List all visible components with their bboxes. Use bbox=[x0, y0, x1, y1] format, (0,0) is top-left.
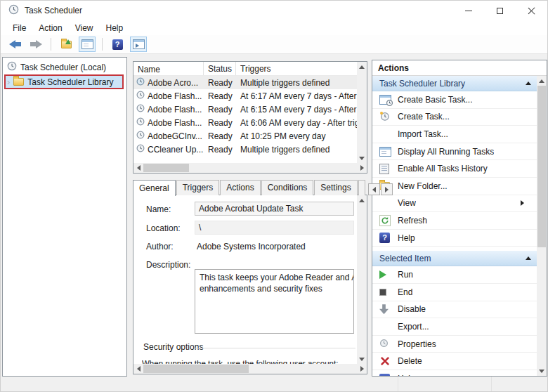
action-enable-all-tasks-history[interactable]: Enable All Tasks History bbox=[372, 160, 537, 178]
details-vertical-scrollbar[interactable] bbox=[357, 195, 367, 364]
action-refresh[interactable]: Refresh bbox=[372, 212, 537, 230]
action-new-folder[interactable]: New Folder... bbox=[372, 178, 537, 195]
scrollbar-thumb[interactable] bbox=[537, 86, 546, 247]
task-details-area: General Triggers Actions Conditions Sett… bbox=[133, 180, 367, 374]
actions-pane: Actions Task Scheduler Library Create Ba… bbox=[372, 60, 547, 377]
name-field[interactable]: Adobe Acrobat Update Task bbox=[195, 202, 354, 216]
table-row[interactable]: Adobe Acro... Ready Multiple triggers de… bbox=[133, 76, 357, 89]
scroll-down-icon[interactable] bbox=[357, 354, 367, 364]
action-export[interactable]: Export... bbox=[372, 318, 537, 336]
toolbar bbox=[1, 35, 547, 54]
close-button[interactable] bbox=[516, 1, 547, 20]
details-horizontal-scrollbar[interactable] bbox=[133, 364, 367, 374]
show-hide-action-pane-icon bbox=[133, 39, 145, 49]
location-field[interactable]: \ bbox=[195, 221, 354, 235]
window-title: Task Scheduler bbox=[25, 6, 82, 15]
tab-settings[interactable]: Settings bbox=[314, 180, 357, 195]
action-run[interactable]: Run bbox=[372, 266, 537, 284]
chevron-right-icon[interactable]: › bbox=[7, 78, 10, 86]
tab-history[interactable]: H bbox=[358, 180, 365, 195]
status-strip-divider bbox=[491, 376, 492, 391]
table-row[interactable]: Adobe Flash... Ready At 6:15 AM every 7 … bbox=[133, 103, 357, 116]
action-help-selected[interactable]: Help bbox=[372, 370, 537, 376]
task-status: Ready bbox=[204, 145, 236, 155]
show-hide-console-tree-button[interactable] bbox=[79, 37, 96, 52]
tree-item-task-scheduler-local[interactable]: Task Scheduler (Local) bbox=[3, 60, 126, 74]
forward-button[interactable] bbox=[27, 37, 44, 52]
scroll-up-icon[interactable] bbox=[357, 195, 367, 205]
back-button[interactable] bbox=[6, 37, 23, 52]
column-header-triggers[interactable]: Triggers bbox=[236, 62, 357, 75]
action-label: Properties bbox=[398, 339, 436, 349]
menu-file[interactable]: File bbox=[6, 22, 32, 34]
maximize-icon bbox=[497, 8, 503, 14]
scroll-up-icon[interactable] bbox=[537, 76, 547, 86]
action-disable[interactable]: Disable bbox=[372, 301, 537, 319]
table-row[interactable]: AdobeGCInv... Ready At 10:25 PM every da… bbox=[133, 129, 357, 143]
scroll-up-icon[interactable] bbox=[357, 62, 367, 72]
scrollbar-thumb[interactable] bbox=[143, 164, 189, 172]
group-header-task-scheduler-library[interactable]: Task Scheduler Library bbox=[372, 76, 537, 91]
scroll-left-icon[interactable] bbox=[133, 163, 143, 173]
help-button[interactable] bbox=[109, 37, 126, 52]
task-list-vertical-scrollbar[interactable] bbox=[357, 62, 367, 163]
table-row[interactable]: Adobe Flash... Ready At 6:06 AM every da… bbox=[133, 116, 357, 129]
actions-vertical-scrollbar[interactable] bbox=[537, 76, 547, 376]
action-label: Help bbox=[398, 374, 415, 376]
tab-scroll-right-button[interactable] bbox=[381, 183, 393, 195]
action-delete[interactable]: Delete bbox=[372, 353, 537, 370]
action-end[interactable]: End bbox=[372, 284, 537, 301]
scroll-right-icon[interactable] bbox=[357, 364, 367, 374]
table-row[interactable]: Adobe Flash... Ready At 6:17 AM every 7 … bbox=[133, 89, 357, 103]
details-tab-strip: General Triggers Actions Conditions Sett… bbox=[133, 180, 367, 195]
tab-general[interactable]: General bbox=[133, 180, 176, 196]
task-name: AdobeGCInv... bbox=[148, 131, 202, 141]
scroll-right-icon[interactable] bbox=[357, 163, 367, 173]
task-status: Ready bbox=[204, 118, 236, 128]
location-label: Location: bbox=[146, 223, 181, 233]
action-create-basic-task[interactable]: Create Basic Task... bbox=[372, 91, 537, 109]
table-row[interactable]: CCleaner Up... Ready Multiple triggers d… bbox=[133, 143, 357, 156]
toolbar-separator bbox=[51, 38, 51, 51]
minimize-icon bbox=[465, 11, 472, 11]
action-create-task[interactable]: Create Task... bbox=[372, 109, 537, 126]
scroll-down-icon[interactable] bbox=[357, 153, 367, 163]
refresh-icon bbox=[379, 215, 391, 226]
task-list-horizontal-scrollbar[interactable] bbox=[133, 163, 367, 173]
collapse-arrow-icon[interactable] bbox=[526, 256, 531, 260]
description-line: This task keeps your Adobe Reader and Ac bbox=[200, 272, 349, 283]
menu-help[interactable]: Help bbox=[100, 22, 130, 34]
minimize-button[interactable] bbox=[452, 1, 484, 20]
up-one-level-icon bbox=[61, 41, 72, 48]
tab-conditions[interactable]: Conditions bbox=[261, 180, 314, 195]
task-name: Adobe Flash... bbox=[148, 118, 202, 128]
disable-icon bbox=[379, 304, 389, 314]
action-display-all-running-tasks[interactable]: Display All Running Tasks bbox=[372, 143, 537, 161]
scrollbar-thumb[interactable] bbox=[143, 365, 249, 373]
scroll-down-icon[interactable] bbox=[537, 366, 547, 376]
tab-actions[interactable]: Actions bbox=[220, 180, 260, 195]
show-hide-console-tree-icon bbox=[81, 39, 93, 49]
action-import-task[interactable]: Import Task... bbox=[372, 126, 537, 143]
action-help[interactable]: Help bbox=[372, 230, 537, 247]
action-view[interactable]: View bbox=[372, 195, 537, 213]
column-header-name[interactable]: Name bbox=[133, 62, 204, 75]
run-icon bbox=[379, 270, 386, 279]
collapse-arrow-icon[interactable] bbox=[526, 81, 531, 85]
task-clock-icon bbox=[136, 144, 145, 155]
menu-action[interactable]: Action bbox=[32, 22, 68, 34]
description-field[interactable]: This task keeps your Adobe Reader and Ac… bbox=[195, 269, 354, 334]
action-properties[interactable]: Properties bbox=[372, 336, 537, 353]
tree-root-label: Task Scheduler (Local) bbox=[20, 63, 106, 72]
tab-triggers[interactable]: Triggers bbox=[176, 180, 220, 195]
maximize-button[interactable] bbox=[484, 1, 516, 20]
scroll-left-icon[interactable] bbox=[133, 364, 143, 374]
show-hide-action-pane-button[interactable] bbox=[130, 37, 147, 52]
tasks-history-icon bbox=[379, 164, 389, 174]
group-header-selected-item[interactable]: Selected Item bbox=[372, 251, 537, 266]
up-one-level-button[interactable] bbox=[58, 37, 74, 52]
tree-item-task-scheduler-library[interactable]: › Task Scheduler Library bbox=[5, 75, 123, 89]
column-header-status[interactable]: Status bbox=[204, 62, 236, 75]
tab-scroll-left-button[interactable] bbox=[368, 183, 380, 195]
menu-view[interactable]: View bbox=[69, 22, 100, 34]
